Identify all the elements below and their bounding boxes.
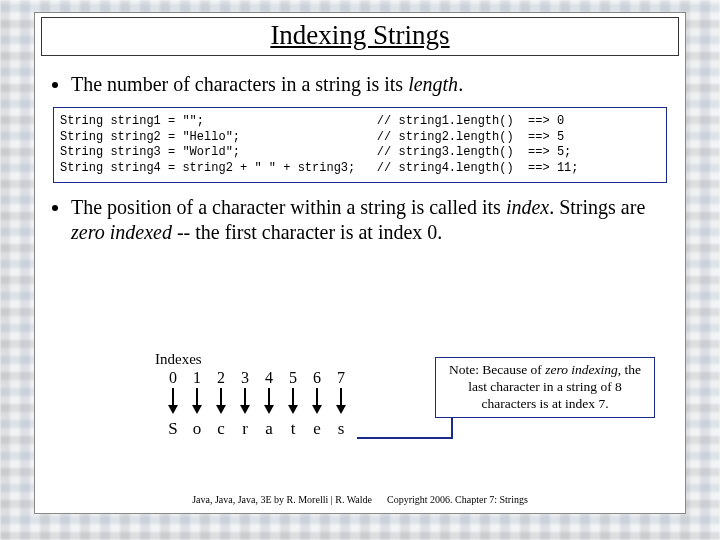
let-1: o xyxy=(185,419,209,439)
idx-0: 0 xyxy=(161,369,185,387)
index-row: 0 1 2 3 4 5 6 7 xyxy=(161,369,415,387)
arrow-down-icon xyxy=(329,387,353,419)
arrow-down-icon xyxy=(233,387,257,419)
diagram-label: Indexes xyxy=(155,351,415,368)
bullet-2-b: index xyxy=(506,196,549,218)
bullet-1: The number of characters in a string is … xyxy=(71,72,671,97)
footer-right: Copyright 2006. Chapter 7: Strings xyxy=(387,494,528,505)
let-5: t xyxy=(281,419,305,439)
bullet-1-em: length xyxy=(408,73,458,95)
index-diagram: Indexes 0 1 2 3 4 5 6 7 S o c r a t xyxy=(155,351,415,439)
footer-left: Java, Java, Java, 3E by R. Morelli | R. … xyxy=(192,494,372,505)
footer: Java, Java, Java, 3E by R. Morelli | R. … xyxy=(35,494,685,505)
idx-1: 1 xyxy=(185,369,209,387)
arrow-down-icon xyxy=(281,387,305,419)
bullet-2: The position of a character within a str… xyxy=(71,195,671,245)
bullet-list: The number of characters in a string is … xyxy=(49,72,671,97)
letter-row: S o c r a t e s xyxy=(161,419,415,439)
let-3: r xyxy=(233,419,257,439)
bullet-1-text-a: The number of characters in a string is … xyxy=(71,73,408,95)
note-box: Note: Because of zero indexing, the last… xyxy=(435,357,655,418)
connector-line-h xyxy=(357,437,453,439)
title-box: Indexing Strings xyxy=(41,17,679,56)
arrow-down-icon xyxy=(257,387,281,419)
arrow-down-icon xyxy=(209,387,233,419)
bullet-2-c: . Strings are xyxy=(549,196,645,218)
let-4: a xyxy=(257,419,281,439)
arrow-down-icon xyxy=(305,387,329,419)
arrow-down-icon xyxy=(161,387,185,419)
let-7: s xyxy=(329,419,353,439)
idx-4: 4 xyxy=(257,369,281,387)
slide-title: Indexing Strings xyxy=(42,20,678,51)
idx-7: 7 xyxy=(329,369,353,387)
bullet-1-text-b: . xyxy=(458,73,463,95)
connector-line-v xyxy=(451,417,453,439)
idx-6: 6 xyxy=(305,369,329,387)
let-2: c xyxy=(209,419,233,439)
bullet-2-a: The position of a character within a str… xyxy=(71,196,506,218)
note-b: zero indexing xyxy=(545,362,618,377)
code-block: String string1 = ""; // string1.length()… xyxy=(53,107,667,183)
let-6: e xyxy=(305,419,329,439)
bullet-2-d: zero indexed xyxy=(71,221,172,243)
bullet-2-e: -- the first character is at index 0. xyxy=(172,221,442,243)
slide-body: The number of characters in a string is … xyxy=(35,64,685,245)
arrow-down-icon xyxy=(185,387,209,419)
bullet-list-2: The position of a character within a str… xyxy=(49,195,671,245)
idx-5: 5 xyxy=(281,369,305,387)
note-a: Note: Because of xyxy=(449,362,545,377)
slide: Indexing Strings The number of character… xyxy=(34,12,686,514)
let-0: S xyxy=(161,419,185,439)
arrow-row xyxy=(161,387,415,419)
idx-2: 2 xyxy=(209,369,233,387)
idx-3: 3 xyxy=(233,369,257,387)
